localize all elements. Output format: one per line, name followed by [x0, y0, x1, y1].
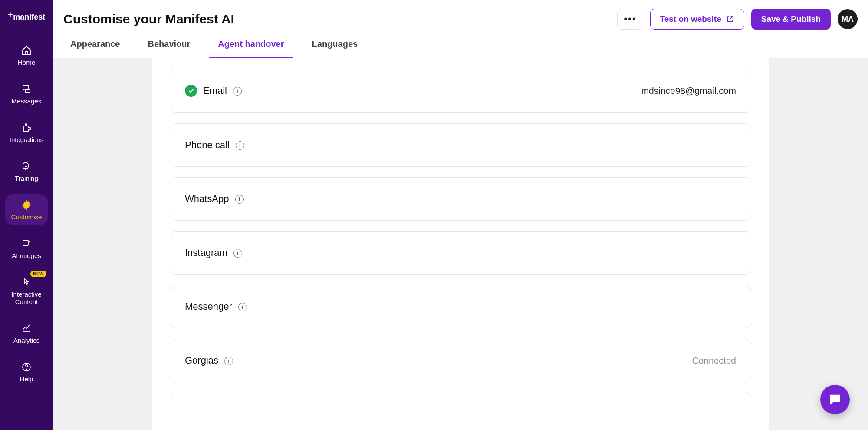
brain-icon [21, 161, 32, 172]
sidebar-item-label: AI nudges [12, 252, 41, 259]
tab-appearance[interactable]: Appearance [69, 36, 122, 58]
sidebar-item-training[interactable]: Training [5, 155, 48, 186]
pointer-icon [21, 277, 32, 288]
channel-card-messenger[interactable]: Messenger i [170, 285, 751, 328]
test-button-label: Test on website [660, 14, 721, 24]
sidebar-item-label: Training [15, 175, 38, 182]
channel-value: mdsince98@gmail.com [641, 86, 736, 96]
channel-card-phone[interactable]: Phone call i [170, 123, 751, 167]
sidebar-item-label: Analytics [13, 337, 39, 344]
topbar-actions: ••• Test on website Save & Publish MA [617, 9, 858, 30]
test-on-website-button[interactable]: Test on website [650, 9, 744, 30]
sidebar-item-interactive-content[interactable]: NEW Interactive Content [5, 271, 48, 310]
sidebar-item-messages[interactable]: Messages [5, 78, 48, 109]
page-title: Customise your Manifest AI [63, 12, 234, 26]
channel-label: Gorgias [185, 355, 218, 366]
chart-icon [21, 323, 32, 334]
info-icon[interactable]: i [233, 249, 242, 258]
channel-card-instagram[interactable]: Instagram i [170, 231, 751, 275]
tab-label: Appearance [70, 39, 120, 49]
sidebar-item-ai-nudges[interactable]: AI nudges [5, 233, 48, 264]
info-icon[interactable]: i [235, 195, 244, 204]
puzzle-icon [21, 122, 32, 133]
content-scroll[interactable]: Email i mdsince98@gmail.com Phone call i… [53, 58, 868, 430]
sidebar-item-label: Integrations [10, 136, 43, 143]
channel-card-extra[interactable] [170, 393, 751, 424]
nudge-icon [21, 238, 32, 249]
sidebar-item-customise[interactable]: Customise [5, 194, 48, 225]
topbar: Customise your Manifest AI ••• Test on w… [53, 0, 868, 58]
chat-icon [828, 392, 842, 407]
channel-label: Email [203, 85, 227, 96]
sidebar: + manifest Home Messages Integrations [0, 0, 53, 430]
gear-icon [21, 199, 32, 211]
new-badge: NEW [30, 271, 46, 277]
avatar-initials: MA [842, 15, 854, 24]
channel-value: Connected [692, 355, 736, 366]
sidebar-item-help[interactable]: Help [5, 356, 48, 387]
tabs: Appearance Behaviour Agent handover Lang… [63, 36, 858, 58]
sidebar-item-label: Messages [12, 97, 41, 105]
info-icon[interactable]: i [233, 87, 242, 96]
channel-card-email[interactable]: Email i mdsince98@gmail.com [170, 69, 751, 113]
svg-point-3 [26, 369, 26, 369]
tab-languages[interactable]: Languages [310, 36, 360, 58]
check-icon [185, 85, 197, 97]
messages-icon [21, 83, 32, 95]
tab-label: Behaviour [148, 39, 191, 49]
sidebar-item-label: Interactive Content [7, 291, 46, 305]
tab-label: Languages [312, 39, 358, 49]
channel-label: Instagram [185, 247, 227, 258]
channel-card-gorgias[interactable]: Gorgias i Connected [170, 339, 751, 382]
svg-rect-1 [23, 240, 28, 245]
help-icon [21, 361, 32, 373]
publish-button-label: Save & Publish [761, 14, 821, 24]
info-icon[interactable]: i [236, 141, 244, 150]
info-icon[interactable]: i [224, 357, 233, 365]
home-icon [21, 45, 32, 56]
tab-label: Agent handover [218, 39, 284, 49]
sidebar-item-integrations[interactable]: Integrations [5, 117, 48, 148]
channel-label: Phone call [185, 139, 230, 151]
channel-card-whatsapp[interactable]: WhatsApp i [170, 177, 751, 221]
avatar[interactable]: MA [838, 9, 858, 29]
tab-behaviour[interactable]: Behaviour [146, 36, 192, 58]
sidebar-item-home[interactable]: Home [5, 40, 48, 70]
sidebar-item-label: Home [18, 59, 35, 66]
main-area: Customise your Manifest AI ••• Test on w… [53, 0, 868, 430]
channel-label: WhatsApp [185, 193, 229, 205]
external-link-icon [726, 15, 734, 23]
info-icon[interactable]: i [238, 303, 247, 311]
tab-agent-handover[interactable]: Agent handover [216, 36, 286, 58]
chat-launcher-button[interactable] [820, 385, 850, 414]
sidebar-item-label: Customise [11, 213, 42, 221]
channels-panel: Email i mdsince98@gmail.com Phone call i… [152, 58, 769, 430]
sidebar-item-analytics[interactable]: Analytics [5, 318, 48, 348]
more-button[interactable]: ••• [617, 9, 643, 30]
brand-plus-icon: + [8, 10, 13, 20]
save-publish-button[interactable]: Save & Publish [751, 9, 831, 30]
sidebar-item-label: Help [20, 375, 33, 383]
more-icon: ••• [624, 13, 636, 25]
brand-name: manifest [13, 13, 45, 22]
brand-logo: + manifest [8, 12, 46, 22]
channel-label: Messenger [185, 301, 232, 312]
